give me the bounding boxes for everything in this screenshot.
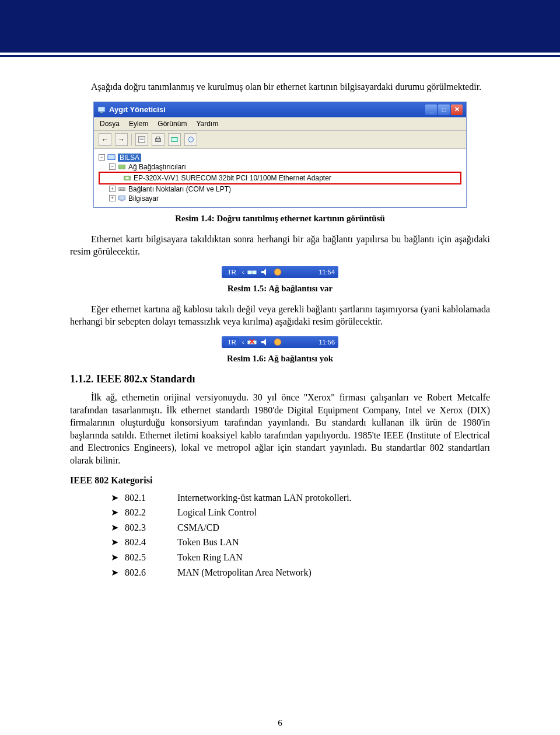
network-connected-icon[interactable] xyxy=(247,267,257,277)
minimize-button[interactable]: _ xyxy=(425,104,437,115)
intro-paragraph: Aşağıda doğru tanımlanmış ve kurulmuş ol… xyxy=(70,81,490,93)
svg-rect-20 xyxy=(253,271,256,274)
device-manager-window: Aygıt Yöneticisi _ □ ✕ Dosya Eylem Görün… xyxy=(93,102,467,208)
window-buttons: _ □ ✕ xyxy=(425,104,463,115)
collapse-icon[interactable]: − xyxy=(109,163,116,170)
toolbar-separator xyxy=(131,134,132,145)
tree-node-ports[interactable]: + Bağlantı Noktaları (COM ve LPT) xyxy=(99,184,461,194)
svg-rect-18 xyxy=(120,200,123,201)
list-item: ➤ 802.1 Internetworking-üst katman LAN p… xyxy=(111,490,490,506)
tree-node-label: Bağlantı Noktaları (COM ve LPT) xyxy=(128,185,231,193)
tray-clock: 11:54 xyxy=(318,269,335,276)
svg-marker-22 xyxy=(261,269,266,276)
svg-rect-7 xyxy=(172,137,178,141)
ieee-desc: Token Ring LAN xyxy=(177,550,490,565)
svg-rect-5 xyxy=(156,138,161,141)
device-manager-icon xyxy=(97,106,106,114)
show-hidden-button[interactable] xyxy=(184,133,197,146)
ieee-code: 802.1 xyxy=(125,490,177,506)
bullet-arrow-icon: ➤ xyxy=(111,550,125,565)
svg-rect-6 xyxy=(156,137,159,138)
tray-app-icon[interactable] xyxy=(273,337,282,347)
tree-node-adapter[interactable]: EP-320X-V/V1 SURECOM 32bit PCI 10/100M E… xyxy=(100,173,460,183)
volume-icon[interactable] xyxy=(260,267,270,277)
list-item: ➤ 802.5 Token Ring LAN xyxy=(111,550,490,565)
device-tree: − BILSA − Ağ Bağdaştırıcıları xyxy=(94,149,466,207)
bullet-arrow-icon: ➤ xyxy=(111,490,125,506)
menu-help[interactable]: Yardım xyxy=(196,120,218,128)
tray-clock: 11:56 xyxy=(318,339,335,346)
section-paragraph: İlk ağ, ethernetin orijinal versiyonuydu… xyxy=(70,391,490,467)
network-disconnected-icon[interactable]: ✕ xyxy=(247,337,257,347)
collapse-icon[interactable]: − xyxy=(99,154,105,161)
bullet-arrow-icon: ➤ xyxy=(111,505,125,520)
tree-root-label: BILSA xyxy=(118,154,141,162)
tree-node-label: Bilgisayar xyxy=(128,194,159,203)
ieee-desc: Internetworking-üst katman LAN protokoll… xyxy=(177,490,490,506)
tray-language[interactable]: TR xyxy=(225,338,239,346)
ieee-code: 802.6 xyxy=(125,565,177,580)
svg-rect-10 xyxy=(119,165,125,169)
close-button[interactable]: ✕ xyxy=(451,104,463,115)
bullet-arrow-icon: ➤ xyxy=(111,520,125,535)
tray-language[interactable]: TR xyxy=(225,268,239,276)
ieee-code: 802.5 xyxy=(125,550,177,565)
tree-node-label: Ağ Bağdaştırıcıları xyxy=(128,163,186,171)
ieee-desc: Token Bus LAN xyxy=(177,535,490,550)
menu-action[interactable]: Eylem xyxy=(129,120,148,128)
maximize-button[interactable]: □ xyxy=(438,104,450,115)
system-tray-disconnected: TR ‹ ✕ 11:56 xyxy=(222,336,338,348)
ieee-desc: CSMA/CD xyxy=(177,520,490,535)
adapter-label: EP-320X-V/V1 SURECOM 32bit PCI 10/100M E… xyxy=(134,174,331,182)
expand-icon[interactable]: + xyxy=(109,186,116,192)
svg-rect-19 xyxy=(248,271,251,274)
svg-rect-1 xyxy=(100,112,103,113)
forward-button[interactable]: → xyxy=(115,133,128,146)
ieee-desc: Logical Link Control xyxy=(177,505,490,520)
svg-rect-17 xyxy=(119,196,125,200)
network-adapter-group-icon xyxy=(118,163,126,171)
list-item: ➤ 802.6 MAN (Metropolitan Area Network) xyxy=(111,565,490,580)
print-button[interactable] xyxy=(152,133,164,146)
tray-chevron-icon[interactable]: ‹ xyxy=(242,339,244,346)
caption-1-6: Resim 1.6: Ağ bağlantısı yok xyxy=(70,354,490,364)
ieee-list: ➤ 802.1 Internetworking-üst katman LAN p… xyxy=(111,490,490,580)
tray-chevron-icon[interactable]: ‹ xyxy=(242,269,244,276)
properties-button[interactable] xyxy=(135,133,148,146)
titlebar-left: Aygıt Yöneticisi xyxy=(97,105,166,114)
page: Aşağıda doğru tanımlanmış ve kurulmuş ol… xyxy=(0,0,560,735)
ieee-code: 802.2 xyxy=(125,505,177,520)
svg-point-23 xyxy=(274,269,281,276)
svg-point-8 xyxy=(188,137,194,142)
list-item: ➤ 802.4 Token Bus LAN xyxy=(111,535,490,550)
ieee-code: 802.3 xyxy=(125,520,177,535)
computer-icon xyxy=(107,154,116,162)
computer-node-icon xyxy=(118,194,126,203)
tray-app-icon[interactable] xyxy=(273,267,282,277)
svg-point-14 xyxy=(120,189,121,190)
tree-node-computer[interactable]: + Bilgisayar xyxy=(99,194,461,203)
paragraph-after-1-5: Eğer ethernet kartına ağ kablosu takılı … xyxy=(70,303,490,328)
tree-root[interactable]: − BILSA xyxy=(99,153,461,162)
header-band xyxy=(0,0,560,53)
volume-icon[interactable] xyxy=(260,337,270,347)
scan-hardware-button[interactable] xyxy=(168,133,181,146)
svg-rect-12 xyxy=(125,177,128,179)
system-tray-connected: TR ‹ 11:54 xyxy=(222,266,338,278)
toolbar: ← → xyxy=(94,131,466,149)
svg-marker-26 xyxy=(261,339,266,346)
ieee-desc: MAN (Metropolitan Area Network) xyxy=(177,565,490,580)
svg-point-16 xyxy=(123,189,124,190)
menu-view[interactable]: Görünüm xyxy=(158,120,187,128)
bullet-arrow-icon: ➤ xyxy=(111,535,125,550)
tree-node-network-adapters[interactable]: − Ağ Bağdaştırıcıları xyxy=(99,162,461,172)
menu-file[interactable]: Dosya xyxy=(100,120,120,128)
disconnected-x-icon: ✕ xyxy=(249,337,256,346)
caption-1-4: Resim 1.4: Doğru tanıtılmış ethernet kar… xyxy=(70,214,490,224)
section-title: 1.1.2. IEEE 802.x Standardı xyxy=(70,373,490,385)
svg-point-27 xyxy=(274,339,281,346)
list-item: ➤ 802.2 Logical Link Control xyxy=(111,505,490,520)
expand-icon[interactable]: + xyxy=(109,195,116,201)
back-button[interactable]: ← xyxy=(99,133,111,146)
window-title: Aygıt Yöneticisi xyxy=(109,105,166,114)
